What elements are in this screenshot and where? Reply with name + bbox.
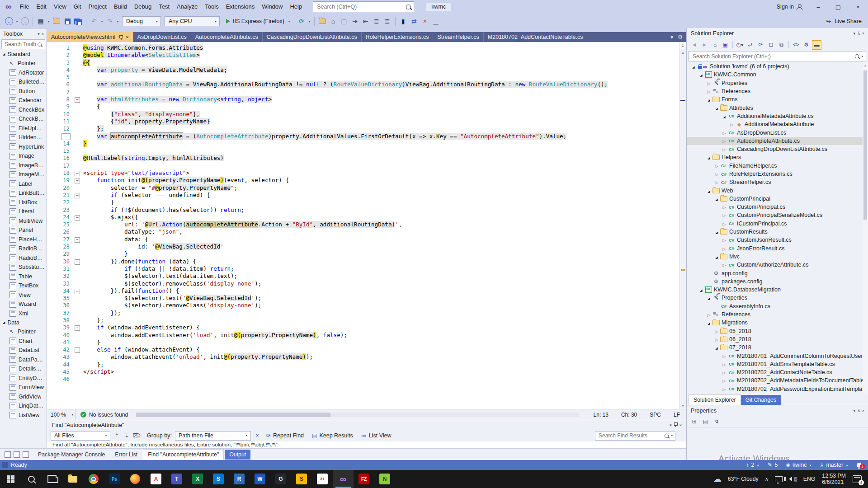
tree-item[interactable]: ▷◆AdditionalMetadataAttribute	[687, 120, 863, 128]
doc-tab[interactable]: StreamHelper.cs	[433, 32, 483, 42]
toolbox-pin-icon[interactable]: ▾	[37, 32, 41, 36]
toolbox-item[interactable]: View	[0, 291, 47, 300]
code-line[interactable]: 7	[47, 89, 673, 96]
tree-item[interactable]: ◢C#KWMC.Common	[687, 70, 863, 79]
scroll-up-icon[interactable]: ▲	[863, 62, 868, 68]
toolbox-item[interactable]: TextBox	[0, 281, 47, 291]
code-line[interactable]: 32 $(selector).text(data.item.text);	[47, 272, 673, 280]
preview-selected-items-icon[interactable]: ▬	[812, 40, 821, 50]
code-line[interactable]: 29 }	[47, 250, 673, 258]
code-line[interactable]: 11 {"id", property.PropertyName}	[47, 118, 673, 125]
tree-item[interactable]: ▷C#CustomJsonResult.cs	[687, 236, 863, 244]
code-line[interactable]: 10 {"class", "display-none"},	[47, 111, 673, 118]
toolbox-item[interactable]: ↖Pointer	[0, 59, 47, 68]
code-line[interactable]: 41 }	[47, 339, 673, 346]
start-debugging-button[interactable]: IIS Express (Firefox) ▾	[223, 16, 294, 27]
tree-item[interactable]: ▷C#StreamHelper.cs	[687, 178, 863, 186]
increase-indent-icon[interactable]: ≣	[382, 16, 392, 27]
hidden-icons-chevron-icon[interactable]: ∧	[762, 470, 772, 488]
code-line[interactable]: 43 window.attachEvent('onload', init@(pr…	[47, 353, 673, 361]
menu-git[interactable]: Git	[70, 0, 85, 13]
toolbox-item[interactable]: RadioButtonList	[0, 253, 47, 263]
save-all-icon[interactable]	[73, 16, 83, 27]
pin-icon[interactable]: ⊼	[856, 31, 861, 36]
tree-item[interactable]: ▷C#M20180701_AddSmsTemplateTable.cs	[687, 360, 863, 368]
firefox-icon[interactable]	[125, 470, 146, 488]
close-icon[interactable]: ×	[861, 408, 865, 413]
code-line[interactable]: 37 });	[47, 310, 673, 317]
code-line[interactable]: 22 }	[47, 199, 673, 206]
action-center-icon[interactable]	[853, 475, 862, 483]
toolbox-item[interactable]: HiddenField	[0, 133, 47, 142]
close-button[interactable]: ×	[848, 0, 868, 14]
code-editor[interactable]: 1@using KWMC.Common.Forms.Attributes2@mo…	[47, 42, 686, 409]
toolbox-item[interactable]: ListBox	[0, 198, 47, 207]
toolbox-item[interactable]: CheckBoxList	[0, 114, 47, 124]
toolbox-item[interactable]: AdRotator	[0, 68, 47, 78]
bottom-tab[interactable]: Package Manager Console	[33, 450, 109, 460]
notepad-plus-plus-icon[interactable]: N	[374, 470, 395, 488]
new-project-icon[interactable]: ▤	[36, 16, 46, 27]
toolbox-item[interactable]: GridView	[0, 392, 47, 402]
code-line[interactable]: 38 };	[47, 317, 673, 324]
go-to-next-result-icon[interactable]: ⇣	[122, 431, 132, 441]
sync-icon[interactable]: ⇄	[409, 16, 419, 27]
tree-item[interactable]: ◢C#AdditionalMetadataAttribute.cs	[687, 112, 863, 120]
menu-debug[interactable]: Debug	[131, 0, 155, 13]
live-share-button[interactable]: Live Share	[835, 18, 862, 24]
tree-item[interactable]: ▷C#AutocompleteAttribute.cs	[687, 137, 863, 145]
code-line[interactable]: 4 var property = ViewData.ModelMetadata;	[47, 66, 673, 74]
toolbox-item[interactable]: LinkButton	[0, 188, 47, 198]
tree-item[interactable]: ◢Web	[687, 186, 863, 194]
home-icon[interactable]: ⌂	[710, 40, 720, 50]
menu-tools[interactable]: Tools	[201, 0, 222, 13]
tree-item[interactable]: ◢Migrations	[687, 319, 863, 327]
code-line[interactable]: 27− data: {	[47, 236, 673, 243]
toolbox-item[interactable]: MultiView	[0, 216, 47, 226]
toolbox-item[interactable]: DetailsView	[0, 364, 47, 374]
solution-configuration-dropdown[interactable]: Debug▾	[122, 16, 161, 26]
collapse-all-icon[interactable]: ⊟	[766, 40, 776, 50]
toolbox-close-icon[interactable]: ×	[41, 32, 45, 36]
tree-item[interactable]: ▷C#M20180702_AddPasswordExpirationEmailT…	[687, 385, 863, 393]
toolbox-item[interactable]: EntityDataSource	[0, 374, 47, 383]
toolbox-item[interactable]: ImageButton	[0, 161, 47, 170]
code-line[interactable]: 36 $(selector).removeClass('display-none…	[47, 302, 673, 309]
code-line[interactable]: 19− function init@(property.PropertyName…	[47, 177, 673, 184]
bottom-tab[interactable]: Find "AutocompleteAttribute"	[143, 449, 224, 460]
menu-extensions[interactable]: Extensions	[222, 0, 259, 13]
refresh-dropdown-icon[interactable]: ▾	[307, 19, 312, 23]
toolbox-section-data[interactable]: ◢Data	[0, 318, 47, 327]
tree-item[interactable]: ▷05_2018	[687, 327, 863, 335]
refresh-icon[interactable]: ⟳	[297, 16, 307, 27]
toolbox-item[interactable]: Button	[0, 87, 47, 96]
repeat-find-button[interactable]: ⟳ Repeat Find	[263, 431, 307, 441]
solution-platform-dropdown[interactable]: Any CPU▾	[165, 16, 220, 26]
toolbox-item[interactable]: Literal	[0, 207, 47, 216]
tree-item[interactable]: C#AssemblyInfo.cs	[687, 302, 863, 310]
window-position-icon[interactable]: ▾	[853, 408, 857, 413]
code-line[interactable]: 34− }).fail(function() {	[47, 287, 673, 295]
git-push-status[interactable]: ↑ 2 ▲	[746, 462, 760, 468]
clear-results-icon[interactable]: ⌦	[132, 431, 142, 441]
back-icon[interactable]: ◄	[689, 40, 699, 50]
menu-window[interactable]: Window	[258, 0, 286, 13]
toolbox-item[interactable]: FileUpload	[0, 124, 47, 133]
close-icon[interactable]: ×	[861, 31, 865, 36]
tree-item[interactable]: ◢CustomPrincipal	[687, 195, 863, 203]
window-position-icon[interactable]: ▾	[669, 423, 673, 427]
code-line[interactable]: 30− }).done(function (data) {	[47, 258, 673, 265]
keep-results-button[interactable]: ▤ Keep Results	[309, 431, 356, 441]
tree-item[interactable]: ▷References	[687, 310, 863, 319]
code-line[interactable]: 28 id: '@ViewBag.SelectedId'	[47, 243, 673, 250]
toolbox-item[interactable]: ImageMap	[0, 170, 47, 179]
code-line[interactable]: 21− if (selector === undefined) {	[47, 192, 673, 199]
alphabetical-icon[interactable]: ▤	[701, 417, 710, 427]
code-line[interactable]: 6 var additionalRoutingData = ViewBag.Ad…	[47, 81, 673, 88]
git-branch-selector[interactable]: Y master ▲	[820, 462, 849, 468]
doc-tab[interactable]: AsDropDownList.cs	[133, 32, 191, 42]
panel-tab-solution-explorer[interactable]: Solution Explorer	[689, 394, 741, 405]
git-repository-selector[interactable]: ◈ kwmc ▲	[786, 462, 812, 468]
search-find-results-box[interactable]: ▾	[595, 431, 675, 441]
calendar-icon[interactable]: 31	[312, 470, 333, 488]
